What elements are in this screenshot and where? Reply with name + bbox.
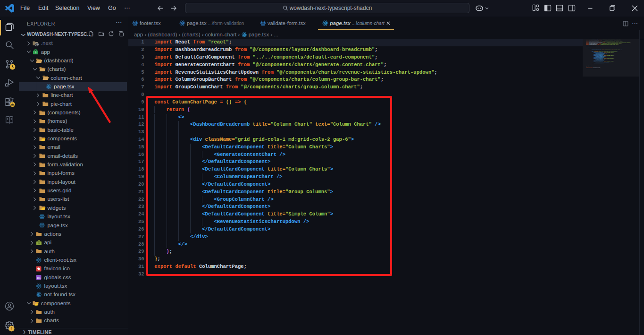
- svg-text:css: css: [37, 277, 41, 279]
